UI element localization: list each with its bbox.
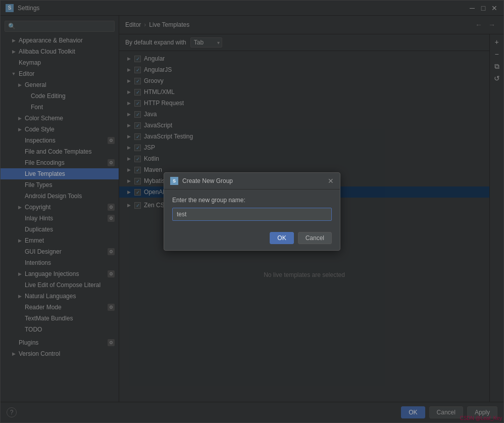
modal-overlay: S Create New Group ✕ Enter the new group… bbox=[0, 0, 504, 423]
dialog-header: S Create New Group ✕ bbox=[164, 173, 340, 190]
dialog-title: Create New Group bbox=[182, 177, 324, 184]
create-group-dialog: S Create New Group ✕ Enter the new group… bbox=[164, 172, 340, 251]
dialog-body: Enter the new group name: bbox=[164, 190, 340, 228]
dialog-close-button[interactable]: ✕ bbox=[328, 177, 334, 185]
dialog-ok-button[interactable]: OK bbox=[270, 232, 293, 244]
dialog-label: Enter the new group name: bbox=[172, 197, 332, 204]
group-name-input[interactable] bbox=[172, 208, 332, 221]
dialog-icon: S bbox=[170, 177, 178, 185]
dialog-footer: OK Cancel bbox=[164, 228, 340, 250]
dialog-cancel-button[interactable]: Cancel bbox=[298, 232, 332, 244]
